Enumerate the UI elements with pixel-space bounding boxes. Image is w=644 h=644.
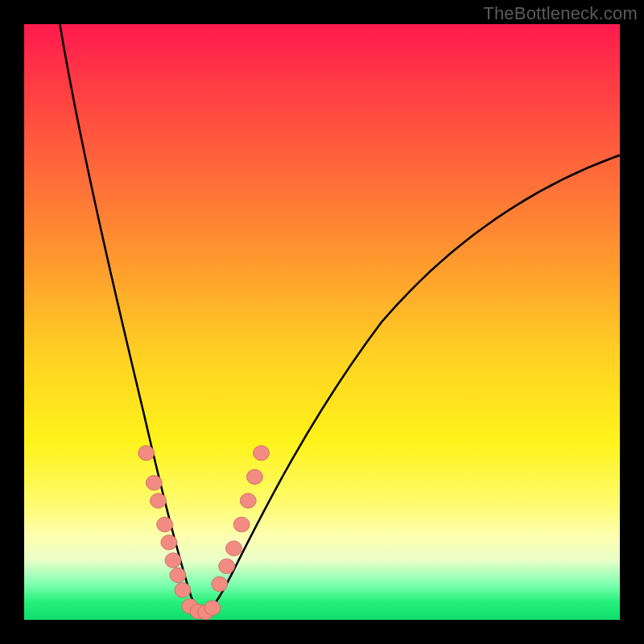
- marker-dot: [138, 446, 155, 461]
- marker-dot: [175, 583, 191, 598]
- chart-svg: [24, 24, 620, 620]
- plot-area: [24, 24, 620, 620]
- right-curve: [203, 155, 620, 614]
- marker-dot: [157, 517, 173, 532]
- marker-dot: [254, 446, 270, 461]
- marker-dot: [240, 493, 256, 509]
- marker-dot: [219, 559, 235, 574]
- marker-dot: [225, 541, 242, 556]
- marker-dot: [161, 535, 177, 551]
- marker-dot: [170, 568, 186, 583]
- marker-dot: [151, 493, 167, 509]
- watermark-text: TheBottleneck.com: [483, 3, 638, 24]
- marker-dot: [233, 517, 250, 532]
- outer-frame: TheBottleneck.com: [0, 0, 644, 644]
- marker-dot: [246, 469, 262, 485]
- marker-dot: [204, 601, 221, 616]
- marker-dot: [212, 576, 228, 592]
- marker-dot: [146, 476, 162, 491]
- marker-dot: [165, 553, 181, 568]
- curve-layer: [60, 24, 620, 614]
- left-curve: [60, 24, 203, 614]
